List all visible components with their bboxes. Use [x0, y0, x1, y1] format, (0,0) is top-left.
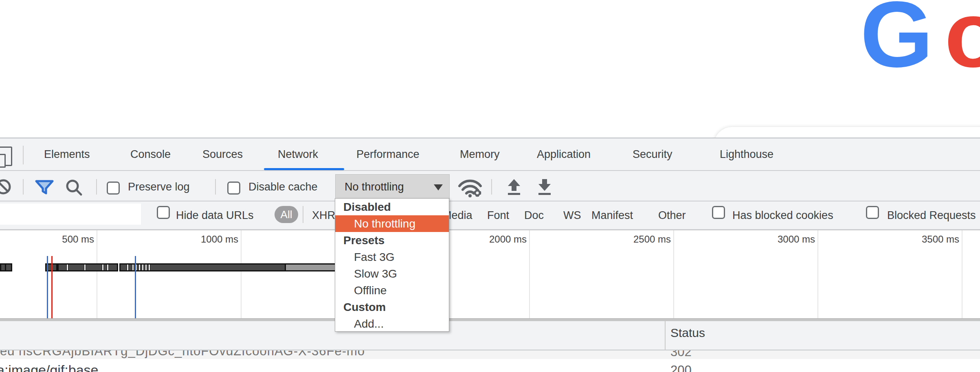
tab-network[interactable]: Network [278, 148, 318, 161]
tab-security[interactable]: Security [633, 148, 672, 161]
network-activity-bar [285, 263, 337, 271]
filter-icon[interactable] [35, 180, 54, 195]
timeline-gridline [97, 230, 97, 319]
blocked-requests-label: Blocked Requests [887, 209, 976, 222]
menu-option-slow-3g[interactable]: Slow 3G [335, 265, 449, 282]
throttling-menu: Disabled No throttling Presets Fast 3G S… [335, 198, 449, 332]
disable-cache-checkbox[interactable] [227, 182, 240, 195]
load-event-line [51, 256, 53, 319]
bar-segment-divider [84, 265, 86, 270]
network-activity-bar [57, 263, 118, 271]
timeline-gridline [962, 230, 962, 319]
toolbar-separator [491, 179, 492, 195]
menu-option-offline[interactable]: Offline [335, 282, 449, 299]
overview-strip[interactable]: 500 ms1000 ms1500 ms2000 ms2500 ms3000 m… [0, 230, 980, 319]
filter-type-other[interactable]: Other [658, 209, 686, 222]
devtools-panel: Elements Console Sources Network Perform… [0, 138, 980, 372]
chevron-down-icon [434, 184, 443, 190]
menu-option-add[interactable]: Add... [335, 315, 449, 332]
dcl-event-line [135, 256, 136, 319]
blocked-requests-checkbox[interactable] [866, 206, 879, 219]
bar-segment-divider [66, 265, 68, 270]
timeline-gridline [241, 230, 242, 319]
bar-segment-divider [102, 265, 104, 270]
export-har-icon[interactable] [536, 178, 554, 196]
menu-header-presets: Presets [335, 232, 449, 249]
tab-elements[interactable]: Elements [44, 148, 90, 161]
devtools-tabbar: Elements Console Sources Network Perform… [0, 138, 980, 171]
filter-type-doc[interactable]: Doc [524, 209, 544, 222]
device-toolbar-icon-phone [0, 154, 6, 168]
bar-segment-divider [127, 265, 129, 270]
has-blocked-cookies-label: Has blocked cookies [732, 209, 833, 222]
menu-option-fast-3g[interactable]: Fast 3G [335, 249, 449, 265]
throttling-select[interactable]: No throttling [335, 174, 450, 199]
bar-segment-divider [148, 265, 150, 270]
bar-segment-divider [142, 265, 144, 270]
import-har-icon[interactable] [505, 178, 523, 196]
google-logo: Go [860, 0, 980, 81]
filter-type-font[interactable]: Font [487, 209, 509, 222]
network-activity-bar [5, 263, 12, 271]
menu-header-custom: Custom [335, 299, 449, 315]
network-conditions-wifi-icon[interactable] [457, 178, 486, 197]
timeline-gridline [817, 230, 818, 319]
search-icon[interactable] [65, 179, 84, 196]
screen: Go Elements Console Sources Network Perf… [0, 0, 980, 372]
table-row[interactable]: a:image/gif;base 200 [0, 359, 980, 372]
preserve-log-label: Preserve log [128, 181, 190, 193]
timeline-ruler-label: 500 ms [29, 234, 94, 245]
request-name: a:image/gif;base [0, 362, 99, 372]
tab-sources[interactable]: Sources [202, 148, 243, 161]
has-blocked-cookies-checkbox[interactable] [712, 206, 725, 219]
filter-type-manifest[interactable]: Manifest [591, 209, 633, 222]
timeline-ruler-label: 1000 ms [173, 234, 238, 245]
bar-segment-divider [107, 265, 109, 270]
bar-segment-divider [145, 265, 147, 270]
timeline-ruler-label: 2000 ms [461, 234, 527, 245]
timeline-ruler-label: 2500 ms [606, 234, 671, 245]
tab-lighthouse[interactable]: Lighthouse [720, 148, 773, 161]
status-column-header[interactable]: Status [670, 326, 705, 340]
google-logo-letter-g: G [860, 0, 945, 87]
bar-segment-divider [132, 265, 134, 270]
timeline-gridline [673, 230, 674, 319]
filter-type-ws[interactable]: WS [563, 209, 581, 222]
timeline-ruler-label: 3500 ms [894, 234, 959, 245]
menu-option-no-throttling[interactable]: No throttling [335, 215, 449, 232]
toolbar-separator [215, 179, 216, 195]
timeline-gridline [529, 230, 530, 319]
selected-tab-underline [264, 168, 344, 170]
preserve-log-checkbox[interactable] [107, 182, 120, 195]
menu-header-disabled: Disabled [335, 199, 449, 215]
tab-console[interactable]: Console [130, 148, 171, 161]
timeline-ruler-label: 3000 ms [750, 234, 815, 245]
google-logo-letter-o: o [945, 0, 980, 87]
request-status: 200 [670, 363, 692, 372]
clear-icon[interactable] [0, 178, 13, 195]
disable-cache-label: Disable cache [248, 181, 318, 193]
tabbar-separator [23, 146, 24, 164]
request-name: ed hsCRGAjbBIARTg_DjDGc_ntoFOvdZIcoonAG-… [0, 350, 365, 359]
network-toolbar: Preserve log Disable cache No throttling [0, 171, 980, 201]
toolbar-separator [23, 179, 24, 195]
network-activity-bar [119, 263, 287, 271]
table-header: Status [0, 321, 980, 350]
gear-icon [473, 189, 481, 197]
table-row[interactable]: ed hsCRGAjbBIARTg_DjDGc_ntoFOvdZIcoonAG-… [0, 350, 980, 359]
tab-performance[interactable]: Performance [356, 148, 420, 161]
network-filterbar: Hide data URLs All XHRJSCSSImgMediaFontD… [0, 201, 980, 230]
throttling-select-value: No throttling [345, 181, 404, 193]
tab-application[interactable]: Application [537, 148, 591, 161]
bar-segment-divider [138, 265, 141, 270]
filter-type-xhr[interactable]: XHR [312, 209, 335, 222]
dcl-event-line [47, 256, 48, 319]
toolbar-separator [96, 179, 97, 195]
request-status: 302 [670, 350, 692, 359]
tab-memory[interactable]: Memory [460, 148, 500, 161]
